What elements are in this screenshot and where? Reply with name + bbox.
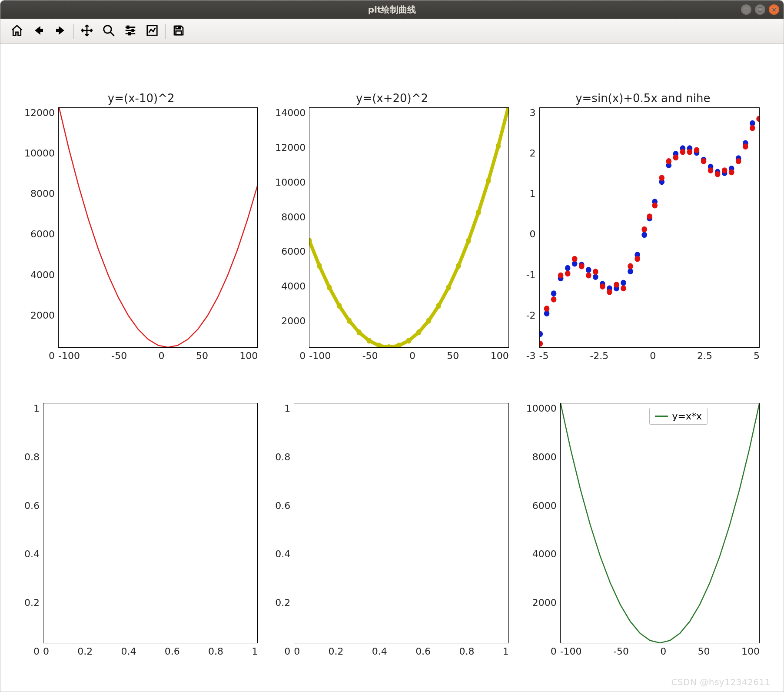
plot-area[interactable] [539, 107, 760, 348]
y-tick-label: -1 [526, 269, 536, 280]
subplot-3: 10.80.60.40.2000.20.40.60.81 [24, 387, 258, 657]
y-tick-label: 0.4 [24, 549, 40, 559]
y-tick-label: 8000 [30, 188, 55, 199]
chart-title: y=sin(x)+0.5x and nihe [526, 92, 760, 105]
svg-point-77 [641, 226, 647, 233]
svg-point-24 [466, 238, 471, 244]
close-button[interactable]: × [769, 4, 779, 15]
zoom-icon [102, 24, 115, 39]
svg-point-68 [579, 263, 585, 269]
y-tick-label: 14000 [275, 107, 306, 118]
x-tick-label: 0.6 [165, 646, 180, 657]
y-ticks: 14000120001000080006000400020000 [275, 107, 309, 361]
svg-point-18 [406, 338, 411, 344]
svg-point-81 [666, 158, 671, 164]
x-tick-label: 1 [503, 646, 509, 657]
svg-point-22 [446, 284, 451, 290]
chart-title [526, 387, 760, 400]
edit-button[interactable] [143, 23, 161, 40]
maximize-button[interactable]: ☐ [755, 4, 765, 15]
x-tick-label: 0.6 [415, 646, 431, 657]
svg-point-69 [586, 273, 591, 279]
svg-point-88 [714, 171, 720, 177]
svg-point-93 [750, 125, 755, 131]
svg-rect-2 [132, 29, 134, 31]
x-tick-label: 0 [43, 646, 49, 657]
minimize-button[interactable]: – [741, 4, 751, 15]
x-tick-label: 0.2 [77, 646, 93, 657]
window-controls: – ☐ × [741, 4, 779, 15]
y-tick-label: -3 [526, 350, 536, 361]
x-tick-label: 0.8 [208, 646, 223, 657]
back-button[interactable] [30, 23, 47, 40]
svg-point-20 [426, 318, 431, 324]
y-tick-label: 1 [33, 403, 40, 414]
x-tick-label: -2.5 [590, 350, 608, 361]
y-tick-label: 0 [33, 646, 40, 657]
pan-button[interactable] [78, 23, 96, 40]
y-tick-label: 0 [551, 646, 557, 657]
y-tick-label: -2 [526, 310, 536, 321]
svg-point-31 [551, 290, 556, 296]
plot-area[interactable] [58, 107, 258, 348]
svg-rect-7 [179, 26, 180, 28]
x-tick-label: 2.5 [697, 350, 712, 361]
x-ticks: -100-50050100 [58, 348, 258, 361]
svg-point-91 [736, 158, 741, 164]
toolbar-separator [165, 24, 166, 39]
svg-point-11 [337, 303, 342, 309]
svg-point-73 [614, 282, 619, 288]
y-tick-label: 6000 [532, 500, 557, 511]
svg-point-64 [551, 296, 556, 303]
x-tick-label: 100 [741, 646, 760, 657]
svg-point-10 [327, 284, 332, 290]
y-tick-label: 0.6 [275, 500, 290, 511]
y-tick-label: 2000 [30, 310, 55, 321]
subplot-grid: y=(x-10)^2120001000080006000400020000-10… [24, 92, 760, 657]
home-icon [10, 24, 23, 39]
x-tick-label: -50 [613, 646, 629, 657]
x-tick-label: 0 [650, 350, 656, 361]
plot-area[interactable]: y=x*x [560, 403, 760, 643]
back-arrow-icon [32, 24, 45, 39]
app-window: plt绘制曲线 – ☐ × [0, 0, 784, 692]
x-tick-label: 5 [754, 350, 760, 361]
svg-point-25 [476, 210, 481, 216]
zoom-button[interactable] [100, 23, 117, 40]
save-button[interactable] [170, 23, 187, 40]
svg-point-26 [486, 178, 491, 184]
figure-canvas[interactable]: y=(x-10)^2120001000080006000400020000-10… [0, 44, 784, 692]
y-tick-label: 10000 [24, 148, 55, 159]
svg-point-94 [756, 116, 759, 122]
plot-area[interactable] [43, 403, 258, 643]
plot-area[interactable] [294, 403, 508, 643]
x-ticks: 00.20.40.60.81 [43, 643, 258, 657]
forward-arrow-icon [54, 24, 67, 39]
home-button[interactable] [8, 23, 26, 40]
svg-point-83 [680, 149, 685, 155]
svg-point-87 [708, 167, 713, 173]
y-tick-label: 0.2 [275, 597, 290, 608]
svg-point-37 [593, 274, 598, 280]
y-tick-label: 1 [530, 188, 536, 199]
toolbar-separator [73, 24, 74, 39]
x-tick-label: 0 [660, 646, 666, 657]
sliders-icon [124, 24, 137, 39]
y-tick-label: 0.2 [24, 597, 40, 608]
configure-button[interactable] [122, 23, 139, 40]
x-tick-label: 0.2 [329, 646, 344, 657]
svg-point-67 [571, 256, 577, 262]
forward-button[interactable] [52, 23, 69, 40]
svg-point-62 [540, 341, 543, 347]
y-tick-label: 0.4 [275, 549, 290, 559]
x-tick-label: 0.4 [372, 646, 387, 657]
plot-area[interactable] [309, 107, 508, 348]
svg-point-71 [600, 283, 605, 289]
y-ticks: 3210-1-2-3 [526, 107, 539, 361]
y-tick-label: 12000 [24, 107, 55, 118]
y-tick-label: 2 [530, 148, 536, 159]
x-tick-label: 50 [196, 350, 208, 361]
svg-point-90 [728, 169, 734, 175]
x-tick-label: 0.8 [459, 646, 474, 657]
toolbar [0, 19, 784, 44]
